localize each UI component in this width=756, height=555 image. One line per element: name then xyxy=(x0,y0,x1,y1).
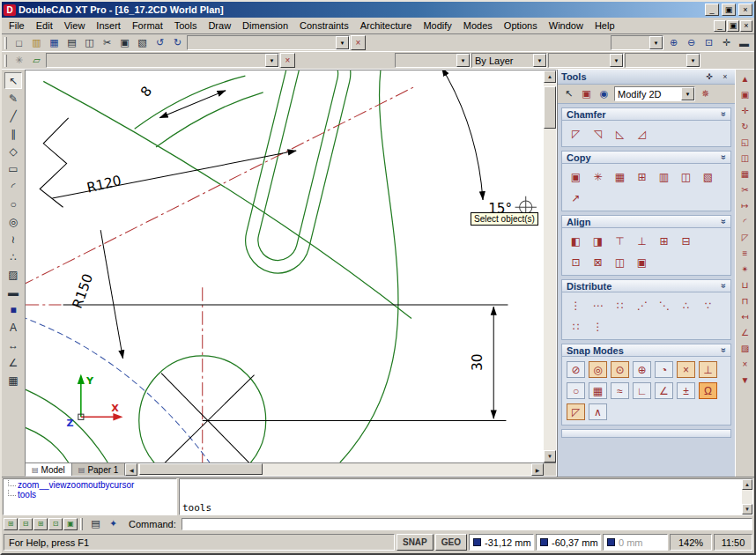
pin-icon[interactable]: ✜ xyxy=(703,71,715,83)
open-folder-icon[interactable]: ▱ xyxy=(28,53,45,68)
distribute-left-icon[interactable]: ∷ xyxy=(567,318,585,335)
geo-toggle-button[interactable]: GEO xyxy=(435,534,467,551)
panel-select-icon[interactable]: ↖ xyxy=(560,86,577,101)
chamfer-icon[interactable]: ◸ xyxy=(737,230,753,245)
distribute-fit-icon[interactable]: ∵ xyxy=(699,297,717,314)
snap-toggle-button[interactable]: SNAP xyxy=(397,534,434,551)
align-center-vertical-icon[interactable]: ⊟ xyxy=(677,233,695,249)
distribute-diagonal-icon[interactable]: ⋰ xyxy=(633,297,651,314)
distribute-spacing-icon[interactable]: ∴ xyxy=(677,297,695,314)
pan-icon[interactable]: ✛ xyxy=(718,35,735,50)
collapse-chevron-icon[interactable]: « xyxy=(719,284,729,289)
command-input[interactable] xyxy=(182,518,752,530)
menu-insert[interactable]: Insert xyxy=(91,18,126,33)
collapse-toolbar-icon[interactable]: ▬ xyxy=(736,35,752,50)
line-width-combo[interactable]: ▼ xyxy=(625,53,700,68)
measure-icon[interactable]: ∠ xyxy=(737,325,753,340)
dimension-label-30[interactable]: 30 xyxy=(470,353,485,371)
snap-tangent-icon[interactable]: ○ xyxy=(567,382,585,399)
zoom-in-icon[interactable]: ⊕ xyxy=(665,35,682,50)
align-stack-icon[interactable]: ▣ xyxy=(633,254,651,270)
tools-palette-header[interactable]: Tools ✜ × xyxy=(558,70,735,85)
align-mirror-icon[interactable]: ◫ xyxy=(611,254,629,270)
align-top-icon[interactable]: ⊤ xyxy=(611,233,629,249)
copy-entity-icon[interactable]: ▣ xyxy=(737,87,753,102)
snap-intersection-icon[interactable]: × xyxy=(677,361,695,378)
combo-arrow-icon[interactable]: ▼ xyxy=(336,36,349,49)
expand-panel-button[interactable]: ⊡ xyxy=(48,518,63,530)
selection-combo[interactable]: ▼ xyxy=(187,35,350,50)
line-style-combo[interactable]: ▼ xyxy=(548,53,624,68)
regen-icon[interactable]: ✳ xyxy=(11,53,27,68)
construction-curve[interactable] xyxy=(26,316,210,462)
layer-combo[interactable]: ▼ xyxy=(395,53,471,68)
collapse-chevron-icon[interactable]: « xyxy=(719,155,729,160)
snap-nearest-icon[interactable]: ≈ xyxy=(611,382,629,399)
menu-window[interactable]: Window xyxy=(544,18,589,33)
chamfer-two-lines-icon[interactable]: ◸ xyxy=(567,125,585,142)
history-item-zoom[interactable]: zoom__viewzoomoutbycursor xyxy=(4,480,176,490)
fillet-icon[interactable]: ◜ xyxy=(737,214,753,229)
dimension-tool-icon[interactable]: ↔ xyxy=(4,337,22,353)
section-chamfer-header[interactable]: Chamfer « xyxy=(561,107,731,121)
section-copy-header[interactable]: Copy « xyxy=(561,151,731,164)
vertical-scroll-thumb[interactable] xyxy=(544,86,556,129)
new-icon[interactable]: □ xyxy=(11,35,27,50)
trim-icon[interactable]: ✂ xyxy=(737,182,753,197)
copy-icon[interactable]: ▣ xyxy=(116,35,133,50)
rectangle-tool-icon[interactable]: ▭ xyxy=(4,160,22,177)
scroll-right-button[interactable]: ▶ xyxy=(531,463,544,476)
menu-tools[interactable]: Tools xyxy=(169,18,203,33)
restore-button[interactable]: ▣ xyxy=(722,4,736,16)
copy-entities-icon[interactable]: ▣ xyxy=(567,168,585,185)
menu-dimension[interactable]: Dimension xyxy=(237,18,293,33)
pen-color-combo[interactable]: By Layer ▼ xyxy=(471,53,547,68)
snap-center-icon[interactable]: ⊕ xyxy=(633,361,651,378)
snap-aperture-icon[interactable]: ◸ xyxy=(567,403,585,420)
modify-2d-icon[interactable]: ▣ xyxy=(578,86,595,101)
dock-history-button[interactable]: ⊞ xyxy=(4,518,18,530)
snap-vertex-icon[interactable]: ◎ xyxy=(589,361,607,378)
vector-copy-icon[interactable]: ↗ xyxy=(567,189,585,206)
scroll-up-button[interactable]: ▲ xyxy=(544,70,556,83)
running-mode-combo[interactable]: ▼ xyxy=(611,35,663,50)
tab-model[interactable]: ▤ Model xyxy=(26,463,72,476)
distribute-grid-icon[interactable]: ∷ xyxy=(611,297,629,314)
zoom-extents-icon[interactable]: ⊡ xyxy=(700,35,717,50)
select-tool-icon[interactable]: ↖ xyxy=(4,72,22,89)
linear-copy-icon[interactable]: ▦ xyxy=(611,168,629,185)
menu-architecture[interactable]: Architecture xyxy=(355,18,418,33)
menu-modes[interactable]: Modes xyxy=(458,18,498,33)
section-align-header[interactable]: Align « xyxy=(561,215,731,228)
snap-extension-icon[interactable]: ± xyxy=(677,382,695,399)
palette-options-icon[interactable]: ✵ xyxy=(697,86,714,101)
menu-draw[interactable]: Draw xyxy=(203,18,236,33)
snap-magnetic-icon[interactable]: Ω xyxy=(699,382,717,399)
menu-modify[interactable]: Modify xyxy=(418,18,456,33)
snap-perpendicular-icon[interactable]: ⊥ xyxy=(699,361,717,378)
mirror-copy-icon[interactable]: ▧ xyxy=(699,168,717,185)
align-origin-icon[interactable]: ⊠ xyxy=(589,254,607,270)
polygon-tool-icon[interactable]: ◇ xyxy=(4,143,22,159)
explode-icon[interactable]: ✴ xyxy=(737,262,753,277)
no-snap-icon[interactable]: ⊘ xyxy=(567,361,585,378)
snap-quadrant-icon[interactable]: ◔ xyxy=(655,361,673,378)
toolbar-grip[interactable] xyxy=(4,37,7,49)
paste-icon[interactable]: ▧ xyxy=(134,35,151,50)
snap-apparent-intersection-icon[interactable]: ∧ xyxy=(589,403,607,420)
toolbar-grip[interactable] xyxy=(80,518,83,530)
save-icon[interactable]: ▦ xyxy=(46,35,63,50)
stretch-icon[interactable]: ↤ xyxy=(737,309,753,324)
options-panel-button[interactable]: ▣ xyxy=(63,518,78,530)
clear-style-button[interactable]: × xyxy=(280,53,295,68)
menu-format[interactable]: Format xyxy=(127,18,168,33)
scroll-left-button[interactable]: ◀ xyxy=(125,463,137,476)
clear-selection-button[interactable]: × xyxy=(351,35,366,50)
scroll-up-button[interactable]: ▲ xyxy=(742,479,752,490)
float-panel-button[interactable]: ⊞ xyxy=(33,518,48,530)
drawing-canvas[interactable]: R120 R150 8 15° 30 Y X xyxy=(26,70,544,462)
menu-options[interactable]: Options xyxy=(499,18,543,33)
align-bottom-icon[interactable]: ⊥ xyxy=(633,233,651,249)
align-left-icon[interactable]: ◧ xyxy=(567,233,585,249)
combo-arrow-icon[interactable]: ▼ xyxy=(649,36,663,49)
